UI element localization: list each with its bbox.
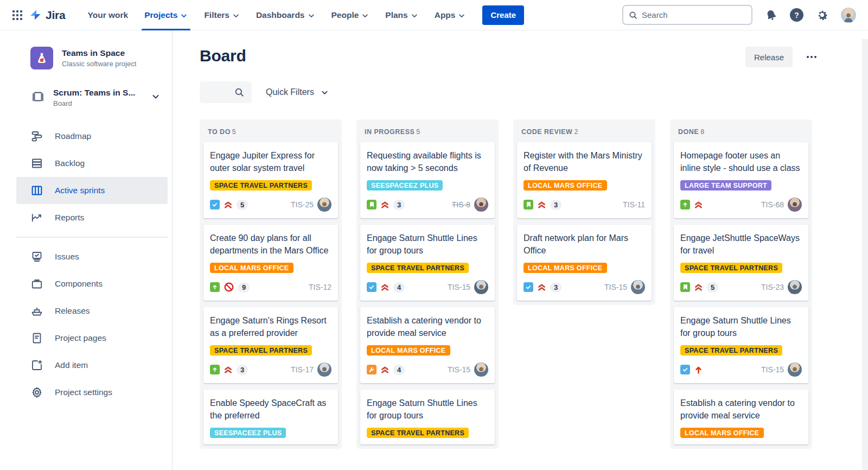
- project-type: Classic software project: [62, 60, 136, 68]
- assignee-avatar[interactable]: [474, 198, 488, 212]
- issue-key[interactable]: TIS-15: [604, 283, 627, 291]
- sidebar-item-issues[interactable]: Issues: [16, 243, 168, 270]
- issues-icon: [30, 250, 43, 263]
- nav-item-filters[interactable]: Filters: [196, 0, 248, 30]
- issue-key[interactable]: TIS-11: [623, 200, 645, 209]
- assignee-avatar[interactable]: [631, 280, 645, 294]
- issue-key[interactable]: TIS-15: [448, 365, 470, 374]
- app-switcher-icon[interactable]: [9, 7, 26, 24]
- quick-filters-dropdown[interactable]: Quick Filters: [266, 87, 329, 97]
- sidebar-item-label: Project pages: [55, 333, 106, 343]
- card-title: Engage Saturn Shuttle Lines for group to…: [367, 397, 488, 422]
- board-card[interactable]: Engage Saturn Shuttle Lines for group to…: [674, 307, 808, 383]
- estimate-badge: 9: [238, 282, 250, 293]
- issue-key[interactable]: TIS-17: [291, 365, 314, 374]
- release-button[interactable]: Release: [745, 47, 793, 67]
- board-card[interactable]: Engage Saturn Shuttle Lines for group to…: [360, 225, 495, 301]
- assignee-avatar[interactable]: [788, 198, 802, 212]
- nav-right: ?: [622, 5, 856, 25]
- board-card[interactable]: Engage Saturn Shuttle Lines for group to…: [360, 390, 495, 444]
- board-card[interactable]: Register with the Mars Ministry of Reven…: [517, 142, 652, 218]
- issue-key[interactable]: TIS-12: [309, 283, 331, 291]
- board-card[interactable]: Homepage footer uses an inline style - s…: [674, 142, 808, 218]
- sidebar-item-reports[interactable]: Reports: [16, 204, 168, 231]
- assignee-avatar[interactable]: [474, 363, 488, 377]
- create-button[interactable]: Create: [482, 5, 524, 25]
- card-label: LOCAL MARS OFFICE: [367, 345, 450, 355]
- column-title: DONE: [678, 128, 699, 136]
- board-selector-name: Scrum: Teams in S...: [53, 88, 135, 98]
- global-search[interactable]: [622, 5, 752, 25]
- task-icon: [210, 200, 220, 209]
- board-card[interactable]: Engage Jupiter Express for outer solar s…: [203, 142, 338, 218]
- jira-logo[interactable]: Jira: [29, 9, 66, 22]
- board-card[interactable]: Draft network plan for Mars Office LOCAL…: [517, 225, 652, 301]
- user-avatar[interactable]: [841, 8, 856, 23]
- sidebar-item-active-sprints[interactable]: Active sprints: [16, 177, 168, 204]
- task-icon: [367, 282, 376, 292]
- card-title: Engage Saturn Shuttle Lines for group to…: [680, 314, 802, 339]
- search-icon: [234, 87, 244, 97]
- nav-item-people[interactable]: People: [323, 0, 378, 30]
- column-title: TO DO: [208, 128, 231, 136]
- notifications-bell-icon[interactable]: [765, 9, 777, 21]
- board-card[interactable]: Requesting available flights is now taki…: [360, 142, 495, 218]
- board-selector[interactable]: Scrum: Teams in S... Board: [0, 88, 172, 107]
- issue-key[interactable]: TIS-15: [448, 283, 470, 291]
- column-header: IN PROGRESS5: [356, 119, 499, 142]
- board-search-button[interactable]: [200, 81, 252, 103]
- sidebar-item-label: Issues: [55, 252, 79, 262]
- chevron-down-icon: [321, 88, 329, 97]
- board-card[interactable]: Engage Saturn's Rings Resort as a prefer…: [203, 307, 338, 383]
- board-card[interactable]: Create 90 day plans for all departments …: [203, 225, 338, 301]
- reports-icon: [30, 211, 43, 224]
- sidebar-item-add-item[interactable]: Add item: [16, 352, 168, 379]
- chevron-down-icon: [232, 11, 240, 20]
- sidebar-item-label: Active sprints: [55, 186, 105, 195]
- board-column-in-progress: IN PROGRESS5 Requesting available flight…: [356, 119, 499, 449]
- board-card[interactable]: Establish a catering vendor to provide m…: [674, 390, 808, 444]
- settings-gear-icon[interactable]: [816, 9, 828, 21]
- sidebar-item-project-settings[interactable]: Project settings: [16, 379, 168, 406]
- card-title: Draft network plan for Mars Office: [524, 232, 645, 257]
- estimate-badge: 4: [393, 282, 405, 293]
- issue-key[interactable]: TIS-15: [761, 365, 784, 374]
- estimate-badge: 3: [393, 200, 405, 210]
- board-selector-icon: [31, 90, 44, 105]
- nav-item-plans[interactable]: Plans: [377, 0, 426, 30]
- sidebar-item-roadmap[interactable]: Roadmap: [16, 123, 168, 150]
- assignee-avatar[interactable]: [788, 280, 802, 294]
- sidebar-item-releases[interactable]: Releases: [16, 297, 168, 325]
- nav-item-apps[interactable]: Apps: [426, 0, 474, 30]
- issue-key[interactable]: TIS-25: [291, 200, 314, 209]
- board-card[interactable]: Engage JetShuttle SpaceWays for travel S…: [674, 225, 808, 301]
- assignee-avatar[interactable]: [317, 363, 331, 377]
- sidebar-item-project-pages[interactable]: Project pages: [16, 325, 168, 352]
- task-icon: [680, 365, 690, 374]
- assignee-avatar[interactable]: [317, 198, 331, 212]
- sidebar-item-components[interactable]: Components: [16, 270, 168, 297]
- more-options-icon[interactable]: [802, 47, 821, 67]
- issue-key[interactable]: TIS-8: [452, 200, 470, 209]
- nav-item-projects[interactable]: Projects: [136, 0, 196, 30]
- card-title: Establish a catering vendor to provide m…: [367, 314, 488, 339]
- search-icon: [629, 11, 637, 20]
- priority-highest-icon: [380, 200, 390, 209]
- scrollbar-track[interactable]: [862, 39, 868, 470]
- search-input[interactable]: [642, 10, 729, 20]
- board-card[interactable]: Enable Speedy SpaceCraft as the preferre…: [203, 390, 338, 444]
- issue-key[interactable]: TIS-23: [761, 283, 784, 291]
- card-label: LOCAL MARS OFFICE: [524, 263, 607, 273]
- card-label: SEESPACEEZ PLUS: [210, 428, 286, 438]
- issue-key[interactable]: TIS-68: [761, 200, 784, 209]
- board-card[interactable]: Establish a catering vendor to provide m…: [360, 307, 495, 383]
- project-sidebar: Teams in Space Classic software project …: [0, 30, 173, 470]
- nav-item-dashboards[interactable]: Dashboards: [248, 0, 323, 30]
- assignee-avatar[interactable]: [788, 363, 802, 377]
- sidebar-item-backlog[interactable]: Backlog: [16, 150, 168, 177]
- assignee-avatar[interactable]: [474, 280, 488, 294]
- help-icon[interactable]: ?: [790, 8, 803, 22]
- card-label: SPACE TRAVEL PARTNERS: [210, 345, 312, 355]
- column-cards: Engage Jupiter Express for outer solar s…: [200, 142, 342, 444]
- nav-item-your-work[interactable]: Your work: [80, 0, 137, 30]
